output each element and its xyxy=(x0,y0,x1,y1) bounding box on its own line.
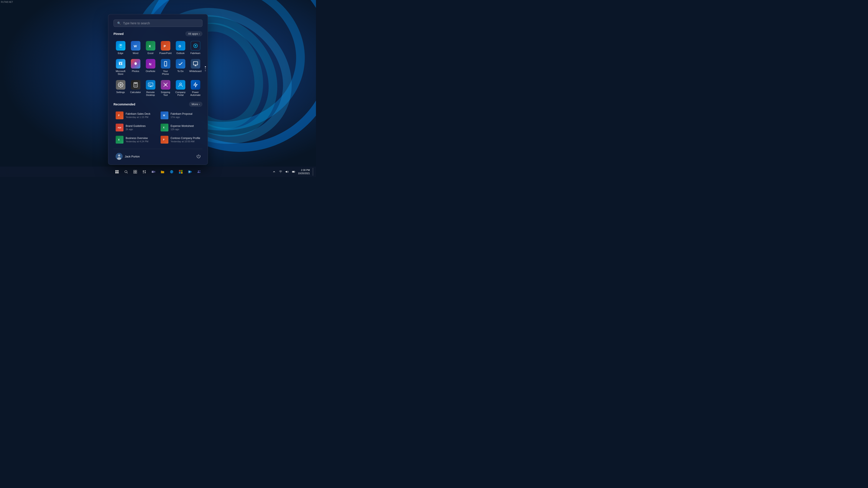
svg-text:N: N xyxy=(149,62,151,66)
outlook-label: Outlook xyxy=(177,52,185,55)
onenote-icon: N xyxy=(146,59,155,69)
pinned-title: Pinned xyxy=(114,32,124,36)
rec-time-1: Yesterday at 1:15 PM xyxy=(126,116,155,119)
wifi-icon[interactable] xyxy=(278,169,283,174)
rec-item-fabrikam-sales[interactable]: P Fabrikam Sales Deck Yesterday at 1:15 … xyxy=(114,110,158,121)
start-menu: 🔍 Type here to search Pinned All apps › … xyxy=(108,14,208,165)
svg-rect-41 xyxy=(143,170,144,172)
rec-item-contoso-profile[interactable]: P Contoso Company Profile Yesterday at 1… xyxy=(158,134,203,145)
word-label: Word xyxy=(132,52,138,55)
svg-rect-38 xyxy=(135,170,137,172)
recommended-title: Recommended xyxy=(114,103,135,106)
svg-point-31 xyxy=(117,157,121,160)
app-settings[interactable]: Settings xyxy=(114,78,128,98)
app-yourphone[interactable]: Your Phone xyxy=(158,57,173,77)
svg-text:W: W xyxy=(163,114,165,117)
recommended-grid: P Fabrikam Sales Deck Yesterday at 1:15 … xyxy=(114,110,203,145)
show-desktop-button[interactable] xyxy=(312,168,313,176)
more-button[interactable]: More › xyxy=(189,102,203,107)
all-apps-button[interactable]: All apps › xyxy=(185,31,203,36)
app-todo[interactable]: To Do xyxy=(174,57,187,77)
app-edge[interactable]: Edge xyxy=(114,39,128,56)
svg-point-54 xyxy=(199,170,200,171)
recommended-header: Recommended More › xyxy=(114,102,203,107)
svg-text:X: X xyxy=(163,126,164,129)
svg-text:X: X xyxy=(118,139,120,141)
file-explorer-button[interactable] xyxy=(159,168,166,176)
user-profile[interactable]: Jack Purton xyxy=(114,152,142,161)
rec-info-1: Fabrikam Sales Deck Yesterday at 1:15 PM xyxy=(126,112,155,119)
taskbar-edge[interactable] xyxy=(168,168,176,176)
rec-info-5: Business Overview Yesterday at 4:24 PM xyxy=(126,137,155,143)
meet-button[interactable] xyxy=(150,168,157,176)
app-fabrikam[interactable]: Fabrikam xyxy=(188,39,203,56)
rec-name-3: Brand Guidelines xyxy=(126,125,155,128)
excel-icon: X xyxy=(146,41,155,51)
rec-item-business-overview[interactable]: X Business Overview Yesterday at 4:24 PM xyxy=(114,134,158,145)
rec-item-fabrikam-proposal[interactable]: W Fabrikam Proposal 17m ago xyxy=(158,110,203,121)
svg-point-19 xyxy=(136,86,137,86)
app-remotedesktop[interactable]: Remote Desktop xyxy=(144,78,158,98)
svg-point-21 xyxy=(165,84,166,86)
snipping-label: Snipping Tool xyxy=(159,91,172,97)
edge-icon xyxy=(116,41,125,51)
svg-point-18 xyxy=(135,86,136,86)
svg-rect-32 xyxy=(116,170,117,172)
rec-item-brand-guidelines[interactable]: PDF Brand Guidelines 2h ago xyxy=(114,122,158,133)
svg-rect-48 xyxy=(181,170,183,172)
app-excel[interactable]: X Excel xyxy=(144,39,158,56)
chevron-right-icon: › xyxy=(199,32,200,35)
todo-label: To Do xyxy=(177,70,184,73)
app-onenote[interactable]: N OneNote xyxy=(144,57,158,77)
svg-point-16 xyxy=(136,85,137,85)
svg-text:P: P xyxy=(164,44,166,48)
snipping-icon xyxy=(161,80,170,90)
svg-rect-47 xyxy=(179,170,181,172)
svg-point-36 xyxy=(125,170,127,173)
date-display: 10/20/2021 xyxy=(298,172,310,175)
app-word[interactable]: W Word xyxy=(128,39,143,56)
clock[interactable]: 2:30 PM 10/20/2021 xyxy=(298,168,310,175)
svg-point-46 xyxy=(152,171,153,172)
start-button[interactable] xyxy=(113,168,121,176)
taskbar-right: 2:30 PM 10/20/2021 xyxy=(272,168,313,176)
pinned-header: Pinned All apps › xyxy=(114,31,203,36)
rec-item-expense-worksheet[interactable]: X Expense Worksheet 12h ago xyxy=(158,122,203,133)
network-icon[interactable] xyxy=(291,169,296,174)
recommended-section: Recommended More › P Fabrikam Sales Deck… xyxy=(114,102,203,145)
svg-rect-44 xyxy=(145,172,146,173)
app-outlook[interactable]: O Outlook xyxy=(174,39,187,56)
power-button[interactable] xyxy=(195,153,203,160)
edge-label: Edge xyxy=(118,52,123,55)
app-whiteboard[interactable]: Whiteboard xyxy=(188,57,203,77)
companyportal-icon xyxy=(176,80,185,90)
taskbar-outlook[interactable] xyxy=(186,168,194,176)
widgets-button[interactable] xyxy=(141,168,148,176)
remotedesktop-icon xyxy=(146,80,155,90)
taskbar-teams[interactable] xyxy=(195,168,203,176)
app-photos[interactable]: Photos xyxy=(128,57,143,77)
svg-point-17 xyxy=(134,86,135,86)
volume-icon[interactable] xyxy=(284,169,290,174)
whiteboard-label: Whiteboard xyxy=(189,70,202,73)
rec-info-6: Contoso Company Profile Yesterday at 10:… xyxy=(170,137,200,143)
app-companyportal[interactable]: Company Portal xyxy=(174,78,187,98)
app-calculator[interactable]: Calculator xyxy=(128,78,143,98)
system-tray-expand[interactable] xyxy=(272,169,277,174)
taskbar-search[interactable] xyxy=(122,168,130,176)
all-apps-label: All apps xyxy=(188,32,198,35)
app-powerpoint[interactable]: P PowerPoint xyxy=(158,39,173,56)
svg-rect-39 xyxy=(134,172,135,173)
search-placeholder: Type here to search xyxy=(123,22,150,25)
svg-rect-43 xyxy=(143,173,144,173)
taskbar-store[interactable] xyxy=(177,168,185,176)
task-view-button[interactable] xyxy=(131,168,139,176)
rec-time-3: 2h ago xyxy=(126,128,155,131)
app-snipping[interactable]: Snipping Tool xyxy=(158,78,173,98)
svg-text:O: O xyxy=(179,44,181,48)
app-msstore[interactable]: Microsoft Store xyxy=(114,57,128,77)
search-bar[interactable]: 🔍 Type here to search xyxy=(114,20,203,27)
app-powerautomate[interactable]: Power Automate xyxy=(188,78,203,98)
taskbar-center xyxy=(113,168,203,176)
todo-icon xyxy=(176,59,185,69)
